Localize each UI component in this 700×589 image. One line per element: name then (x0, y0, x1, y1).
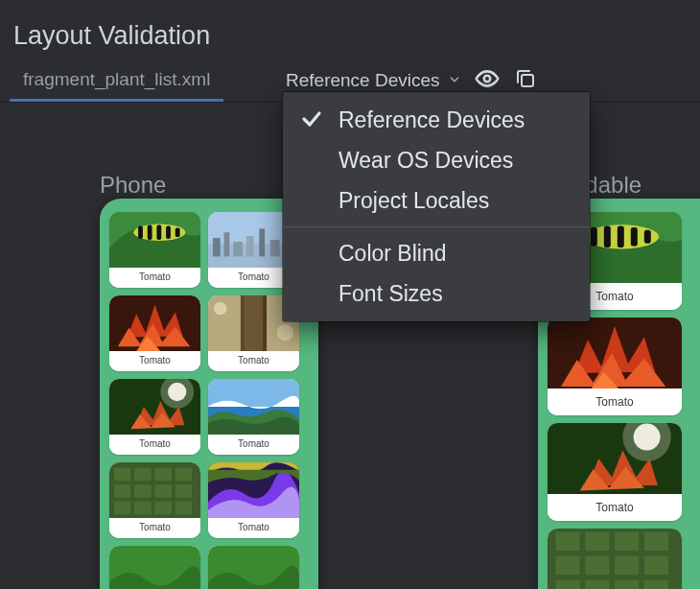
list-item: Tomato (109, 379, 200, 455)
file-tab-label: fragment_plant_list.xml (23, 69, 210, 90)
thumbnail-image (109, 212, 200, 268)
menu-separator (283, 226, 590, 227)
item-label: Tomato (109, 268, 200, 288)
eye-icon (475, 66, 500, 96)
validation-mode-menu: Reference Devices Wear OS Devices Projec… (283, 92, 590, 321)
copy-icon (514, 67, 537, 95)
menu-item-reference-devices[interactable]: Reference Devices (283, 100, 590, 140)
thumbnail-image (548, 529, 682, 589)
item-label: Tomato (109, 351, 200, 371)
list-item: Tomato (548, 318, 682, 415)
thumbnail-image (109, 546, 200, 589)
thumbnail-image (109, 295, 200, 351)
thumbnail-image (548, 318, 682, 389)
list-item: Tomato (109, 462, 200, 538)
menu-item-label: Project Locales (338, 188, 489, 214)
preview-label-phone: Phone (100, 172, 166, 199)
thumbnail-image (208, 546, 299, 589)
menu-item-color-blind[interactable]: Color Blind (283, 233, 590, 273)
menu-item-label: Reference Devices (338, 107, 525, 133)
menu-item-label: Wear OS Devices (338, 148, 513, 174)
item-label: Tomato (548, 389, 682, 415)
svg-point-43 (483, 75, 490, 82)
copy-layouts-button[interactable] (513, 68, 538, 93)
list-item: Tomato (208, 546, 299, 589)
list-item: Tomato (548, 423, 682, 521)
item-label: Tomato (208, 351, 299, 371)
item-label: Tomato (109, 435, 200, 455)
menu-item-font-sizes[interactable]: Font Sizes (283, 273, 590, 314)
list-item: Tomato (109, 212, 200, 288)
dropdown-label: Reference Devices (286, 70, 440, 91)
thumbnail-image (208, 462, 299, 518)
thumbnail-image (109, 379, 200, 435)
menu-item-project-locales[interactable]: Project Locales (283, 180, 590, 221)
menu-item-label: Font Sizes (338, 281, 443, 307)
list-item: Tomato (208, 379, 299, 455)
visibility-toggle-button[interactable] (475, 68, 500, 93)
thumbnail-image (548, 423, 682, 494)
list-item: Tomato (109, 546, 200, 589)
svg-rect-44 (522, 75, 533, 86)
panel-title: Layout Validation (13, 21, 210, 51)
check-icon (300, 107, 323, 130)
item-label: Tomato (208, 435, 299, 455)
item-label: Tomato (109, 518, 200, 538)
list-item: Tomato (109, 295, 200, 371)
list-item: Tomato (208, 462, 299, 538)
validation-mode-dropdown[interactable]: Reference Devices (286, 70, 461, 91)
file-tab[interactable]: fragment_plant_list.xml (10, 59, 223, 102)
item-label: Tomato (208, 518, 299, 538)
thumbnail-image (109, 462, 200, 518)
list-item: Tomato (548, 529, 682, 589)
menu-item-label: Color Blind (338, 241, 447, 267)
thumbnail-image (208, 379, 299, 435)
menu-item-wear-os[interactable]: Wear OS Devices (283, 140, 590, 180)
item-label: Tomato (548, 494, 682, 521)
chevron-down-icon (448, 70, 461, 91)
